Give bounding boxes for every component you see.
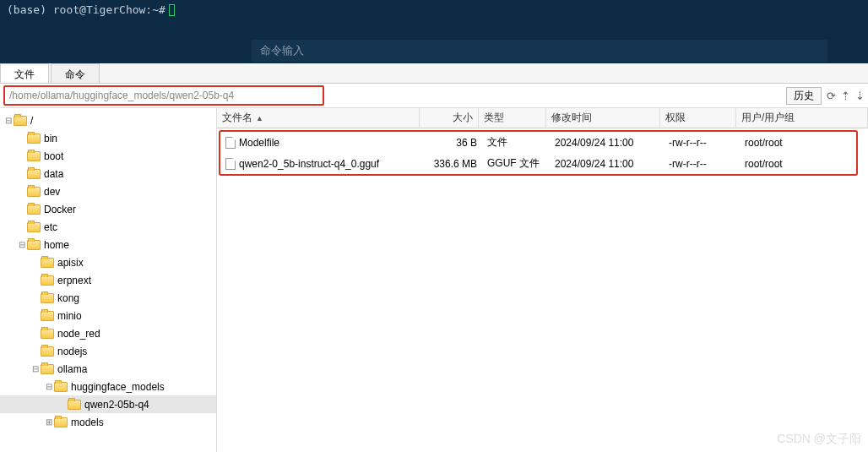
tree-item-label: models [71, 417, 104, 428]
file-name: qwen2-0_5b-instruct-q4_0.gguf [239, 158, 379, 170]
tree-item-label: etc [44, 221, 57, 233]
folder-icon [27, 222, 41, 232]
folder-tree[interactable]: ⊟/binbootdatadevDockeretc⊟homeapisixerpn… [0, 108, 217, 452]
tree-item-label: home [44, 239, 69, 251]
expand-icon[interactable]: ⊞ [44, 417, 54, 427]
tree-item-node_red[interactable]: node_red [0, 324, 216, 342]
tab-cmd[interactable]: 命令 [51, 63, 100, 84]
file-size: 336.6 MB [423, 156, 482, 172]
folder-icon [68, 400, 81, 410]
folder-icon [27, 240, 41, 250]
terminal-panel: (base) root@TigerChow:~# 命令输入 [0, 0, 868, 63]
panel-tabs: 文件 命令 [0, 63, 868, 84]
expand-icon[interactable]: ⊟ [30, 364, 41, 373]
tree-item-erpnext[interactable]: erpnext [0, 271, 216, 289]
tree-item-minio[interactable]: minio [0, 307, 216, 324]
folder-icon [41, 275, 54, 286]
folder-icon [41, 311, 54, 321]
folder-icon [41, 293, 54, 303]
folder-icon [41, 258, 54, 268]
tree-item-label: boot [44, 150, 63, 162]
cursor-icon [169, 4, 175, 16]
file-size: 36 B [423, 135, 482, 150]
tree-item-label: apisix [57, 257, 84, 269]
column-headers: 文件名▲ 大小 类型 修改时间 权限 用户/用户组 [217, 108, 868, 128]
path-input-highlight [3, 85, 324, 106]
expand-icon[interactable]: ⊟ [3, 116, 14, 125]
tree-item-bin[interactable]: bin [0, 129, 216, 147]
folder-icon [27, 187, 41, 197]
file-modified: 2024/09/24 11:00 [550, 156, 664, 172]
tree-item-Docker[interactable]: Docker [0, 200, 216, 218]
file-perm: -rw-r--r-- [664, 135, 740, 150]
terminal-prompt: (base) root@TigerChow:~# [7, 3, 165, 16]
refresh-icon[interactable]: ⟳ [827, 90, 836, 102]
tree-item-huggingface_models[interactable]: ⊟huggingface_models [0, 378, 216, 395]
file-name: Modelfile [239, 137, 279, 149]
folder-icon [41, 364, 54, 374]
folder-icon [54, 382, 68, 392]
expand-icon[interactable]: ⊟ [44, 382, 54, 391]
file-perm: -rw-r--r-- [664, 156, 740, 172]
tree-item-label: Docker [44, 204, 76, 215]
history-button[interactable]: 历史 [786, 87, 822, 105]
col-name[interactable]: 文件名▲ [217, 108, 420, 128]
path-bar: 历史 ⟳ ⇡ ⇣ [0, 84, 868, 108]
download-icon[interactable]: ⇣ [855, 90, 865, 102]
tree-item-data[interactable]: data [0, 165, 216, 182]
upload-icon[interactable]: ⇡ [841, 90, 850, 102]
file-owner: root/root [740, 156, 856, 172]
tree-item-dev[interactable]: dev [0, 182, 216, 200]
tree-item-nodejs[interactable]: nodejs [0, 342, 216, 360]
tree-item-label: node_red [57, 328, 100, 340]
file-type: 文件 [482, 133, 550, 151]
table-row[interactable]: qwen2-0_5b-instruct-q4_0.gguf336.6 MBGGU… [220, 153, 856, 174]
tree-item-/[interactable]: ⊟/ [0, 112, 216, 129]
tree-item-kong[interactable]: kong [0, 289, 216, 307]
file-icon [225, 158, 236, 170]
tree-item-label: erpnext [57, 275, 91, 286]
sort-asc-icon: ▲ [256, 114, 263, 123]
folder-icon [41, 346, 54, 357]
tree-item-label: data [44, 168, 63, 180]
file-icon [225, 137, 236, 149]
tree-item-label: ollama [57, 363, 87, 375]
file-owner: root/root [740, 135, 856, 150]
tree-item-apisix[interactable]: apisix [0, 253, 216, 271]
tree-item-label: dev [44, 186, 60, 198]
file-type: GGUF 文件 [482, 155, 550, 172]
tree-item-qwen2-05b-q4[interactable]: qwen2-05b-q4 [0, 395, 216, 413]
file-list-highlight: Modelfile36 B文件2024/09/24 11:00-rw-r--r-… [219, 130, 858, 176]
tree-item-etc[interactable]: etc [0, 218, 216, 236]
file-modified: 2024/09/24 11:00 [550, 135, 664, 150]
col-permissions[interactable]: 权限 [660, 108, 736, 128]
tree-item-label: qwen2-05b-q4 [84, 399, 149, 411]
col-size[interactable]: 大小 [420, 108, 479, 128]
tree-item-models[interactable]: ⊞models [0, 413, 216, 431]
tree-item-label: minio [57, 310, 82, 322]
tree-item-label: nodejs [57, 346, 87, 357]
folder-icon [54, 417, 68, 427]
col-type[interactable]: 类型 [479, 108, 546, 128]
col-owner[interactable]: 用户/用户组 [736, 108, 868, 128]
command-input[interactable]: 命令输入 [252, 40, 827, 62]
tree-item-boot[interactable]: boot [0, 147, 216, 165]
folder-icon [27, 169, 41, 179]
table-row[interactable]: Modelfile36 B文件2024/09/24 11:00-rw-r--r-… [220, 132, 856, 153]
folder-icon [14, 116, 27, 126]
expand-icon[interactable]: ⊟ [17, 240, 27, 249]
tree-item-label: bin [44, 133, 57, 144]
watermark: CSDN @文子阳 [777, 432, 861, 447]
tree-item-home[interactable]: ⊟home [0, 236, 216, 253]
path-input[interactable] [6, 88, 322, 103]
folder-icon [41, 329, 54, 339]
folder-icon [27, 204, 41, 215]
tree-item-ollama[interactable]: ⊟ollama [0, 360, 216, 378]
tree-item-label: kong [57, 292, 79, 304]
folder-icon [27, 151, 41, 161]
tree-item-label: huggingface_models [71, 381, 165, 393]
folder-icon [27, 133, 41, 144]
tab-file[interactable]: 文件 [0, 63, 49, 84]
file-pane: 文件名▲ 大小 类型 修改时间 权限 用户/用户组 Modelfile36 B文… [217, 108, 868, 452]
col-modified[interactable]: 修改时间 [546, 108, 660, 128]
